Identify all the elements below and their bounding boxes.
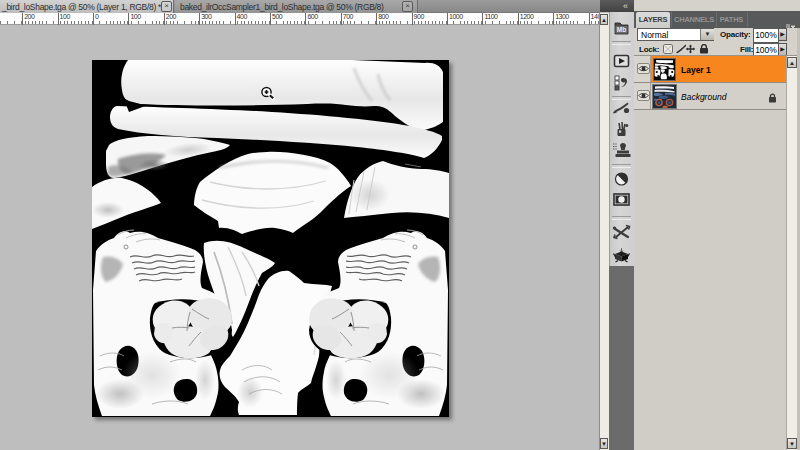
svg-text:Mb: Mb (617, 26, 626, 33)
